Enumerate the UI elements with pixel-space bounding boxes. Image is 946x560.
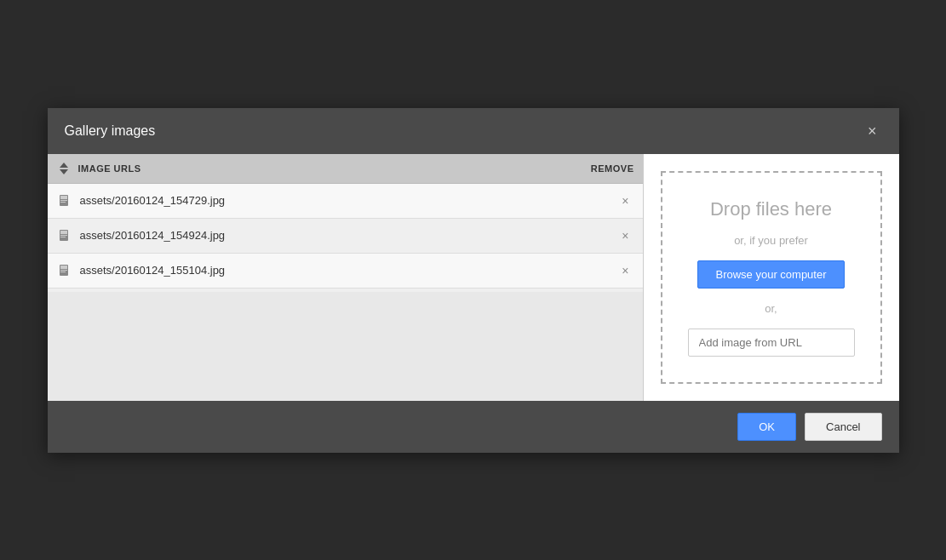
file-name: assets/20160124_154729.jpg — [80, 194, 617, 207]
file-name: assets/20160124_155104.jpg — [80, 264, 617, 277]
left-panel-empty-area — [48, 292, 643, 401]
modal-title: Gallery images — [65, 123, 156, 139]
or-prefer-text: or, if you prefer — [734, 234, 808, 247]
file-icon — [56, 262, 73, 279]
table-row: assets/20160124_154729.jpg × — [48, 184, 643, 219]
svg-rect-11 — [60, 271, 66, 272]
svg-rect-10 — [60, 270, 67, 271]
svg-rect-6 — [60, 235, 67, 236]
modal-overlay: Gallery images × IMAGE URLS REMOVE — [0, 0, 946, 560]
svg-rect-7 — [60, 237, 66, 237]
modal-close-button[interactable]: × — [863, 122, 882, 140]
col-remove-label: REMOVE — [583, 163, 634, 174]
drop-zone[interactable]: Drop files here or, if you prefer Browse… — [661, 171, 882, 384]
table-row: assets/20160124_154924.jpg × — [48, 219, 643, 254]
svg-rect-9 — [60, 266, 67, 269]
svg-rect-1 — [60, 196, 67, 199]
gallery-modal: Gallery images × IMAGE URLS REMOVE — [48, 108, 899, 453]
col-image-urls-label: IMAGE URLS — [78, 163, 583, 174]
right-panel: Drop files here or, if you prefer Browse… — [644, 154, 899, 401]
sort-icon[interactable] — [56, 161, 72, 176]
file-icon — [56, 192, 73, 209]
table-row: assets/20160124_155104.jpg × — [48, 254, 643, 289]
file-icon — [56, 227, 73, 244]
file-remove-button[interactable]: × — [616, 193, 634, 209]
file-list: assets/20160124_154729.jpg × — [48, 184, 643, 293]
modal-footer: OK Cancel — [48, 401, 899, 453]
modal-body: IMAGE URLS REMOVE — [48, 154, 899, 401]
svg-rect-5 — [60, 231, 67, 234]
or-text: or, — [765, 302, 777, 315]
svg-rect-3 — [60, 202, 66, 203]
file-remove-button[interactable]: × — [616, 263, 634, 278]
cancel-button[interactable]: Cancel — [805, 413, 881, 441]
url-input[interactable] — [688, 329, 855, 357]
ok-button[interactable]: OK — [737, 413, 796, 441]
file-remove-button[interactable]: × — [616, 228, 634, 243]
browse-computer-button[interactable]: Browse your computer — [697, 260, 844, 289]
modal-header: Gallery images × — [48, 108, 899, 154]
drop-text: Drop files here — [710, 198, 832, 220]
svg-rect-2 — [60, 200, 67, 201]
left-panel: IMAGE URLS REMOVE — [48, 154, 644, 401]
table-header: IMAGE URLS REMOVE — [48, 154, 643, 184]
file-name: assets/20160124_154924.jpg — [80, 229, 617, 242]
